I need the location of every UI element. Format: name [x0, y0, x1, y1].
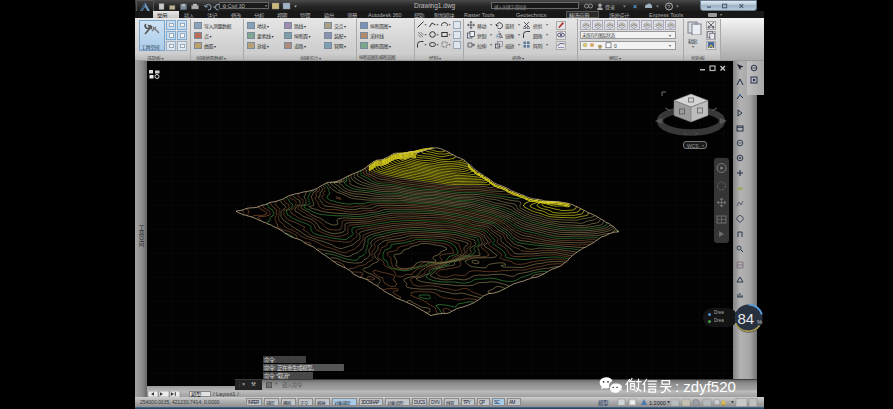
svg-text:1:2000: 1:2000: [649, 400, 666, 406]
svg-text:%: %: [757, 319, 763, 325]
svg-text:: zdyf520: : zdyf520: [675, 378, 736, 395]
svg-text:84: 84: [738, 310, 755, 327]
